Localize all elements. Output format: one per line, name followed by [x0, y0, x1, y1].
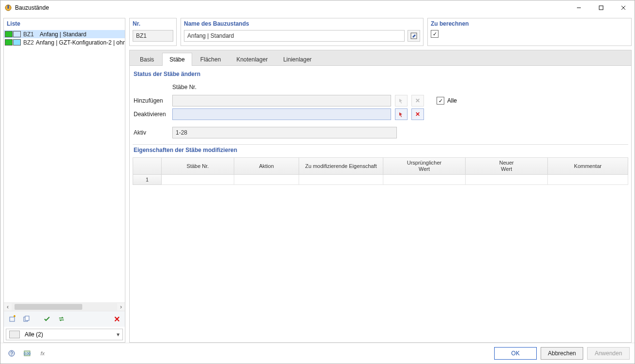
- apply-label: Anwenden: [595, 350, 622, 357]
- table-cell[interactable]: [162, 175, 234, 185]
- new-item-button[interactable]: [6, 313, 18, 325]
- close-button[interactable]: [612, 0, 635, 15]
- calc-box: Zu berechnen: [427, 18, 632, 46]
- svg-line-5: [621, 6, 625, 10]
- table-cell[interactable]: [299, 175, 383, 185]
- tab-linienlager[interactable]: Linienlager: [276, 53, 319, 66]
- edit-name-button[interactable]: [408, 30, 420, 42]
- table-cell[interactable]: [548, 175, 628, 185]
- status-section-title: Status der Stäbe ändern: [133, 69, 628, 80]
- list-toolbar: ✕: [4, 311, 125, 327]
- window-title: Bauzustände: [15, 4, 49, 11]
- name-input[interactable]: Anfang | Standard: [184, 30, 405, 42]
- add-pick-button[interactable]: [395, 95, 408, 106]
- footer: ? 0,00 fx OK Abbrechen Anwenden: [0, 343, 635, 364]
- list-item-id: BZ1: [23, 31, 38, 38]
- list-header: Liste: [4, 18, 125, 30]
- app-icon: [4, 4, 12, 12]
- col-header-urspruenglich[interactable]: Ursprünglicher Wert: [383, 158, 466, 175]
- deact-label: Deaktivieren: [134, 111, 168, 118]
- tab-label: Flächen: [200, 56, 221, 63]
- list-item-id: BZ2: [23, 39, 34, 46]
- tab-knotenlager[interactable]: Knotenlager: [229, 53, 275, 66]
- table-cell[interactable]: [383, 175, 466, 185]
- table-cell[interactable]: [466, 175, 548, 185]
- cancel-button[interactable]: Abbrechen: [541, 347, 583, 360]
- tabs-bar: Basis Stäbe Flächen Knotenlager Linienla…: [130, 50, 631, 66]
- calc-checkbox[interactable]: [431, 30, 438, 38]
- add-input[interactable]: [172, 95, 391, 106]
- detail-panel: Nr. BZ1 Name des Bauzustands Anfang | St…: [129, 18, 632, 343]
- nr-input[interactable]: BZ1: [133, 30, 173, 42]
- titlebar: Bauzustände: [0, 0, 635, 15]
- aktiv-label: Aktiv: [134, 129, 168, 136]
- col-header-kommentar[interactable]: Kommentar: [548, 158, 628, 175]
- svg-line-4: [621, 6, 625, 10]
- units-button[interactable]: 0,00: [21, 348, 33, 359]
- scroll-right-icon[interactable]: ›: [117, 303, 125, 311]
- aktiv-input: 1-28: [172, 127, 397, 138]
- tab-label: Stäbe: [169, 56, 184, 63]
- table-cell[interactable]: [234, 175, 299, 185]
- svg-rect-10: [25, 316, 29, 320]
- scroll-track[interactable]: [12, 303, 117, 310]
- swatch-icon: [13, 31, 21, 37]
- list-item[interactable]: BZ2 Anfang | GZT-Konfiguration-2 | ohne: [4, 38, 125, 46]
- col-header-neuer[interactable]: Neuer Wert: [466, 158, 548, 175]
- nr-value: BZ1: [136, 32, 147, 39]
- ok-button[interactable]: OK: [494, 347, 537, 360]
- cancel-label: Abbrechen: [548, 350, 576, 357]
- status-col-header: Stäbe Nr.: [172, 84, 390, 91]
- minimize-button[interactable]: [568, 0, 590, 15]
- list-item-label: Anfang | Standard: [40, 31, 87, 38]
- help-button[interactable]: ?: [5, 348, 18, 359]
- deact-pick-button[interactable]: [395, 108, 408, 120]
- alle-checkbox[interactable]: [437, 97, 444, 105]
- list-h-scrollbar[interactable]: ‹ ›: [4, 303, 125, 311]
- deact-input[interactable]: [172, 108, 391, 120]
- svg-rect-3: [599, 6, 603, 10]
- tab-staebe[interactable]: Stäbe: [162, 53, 192, 66]
- swap-button[interactable]: [55, 313, 68, 325]
- maximize-button[interactable]: [590, 0, 612, 15]
- list-area[interactable]: BZ1 Anfang | Standard BZ2 Anfang | GZT-K…: [4, 30, 125, 303]
- copy-item-button[interactable]: [20, 313, 33, 325]
- name-label: Name des Bauzustands: [181, 18, 423, 30]
- swatch-icon: [13, 39, 21, 46]
- add-clear-button[interactable]: ✕: [411, 95, 424, 106]
- filter-combo[interactable]: Alle (2) ▾: [6, 329, 123, 340]
- col-header-aktion[interactable]: Aktion: [234, 158, 299, 175]
- svg-rect-6: [10, 317, 15, 321]
- function-button[interactable]: fx: [36, 348, 49, 359]
- svg-text:0,00: 0,00: [24, 352, 30, 355]
- tab-flaechen[interactable]: Flächen: [193, 53, 228, 66]
- filter-combo-text: Alle (2): [23, 331, 114, 338]
- modify-section-title: Eigenschaften der Stäbe modifizieren: [133, 145, 628, 156]
- deact-clear-button[interactable]: ✕: [411, 108, 424, 120]
- add-label: Hinzufügen: [134, 97, 168, 104]
- col-header-staebe[interactable]: Stäbe Nr.: [162, 158, 234, 175]
- check-button[interactable]: [41, 313, 53, 325]
- name-box: Name des Bauzustands Anfang | Standard: [181, 18, 423, 46]
- svg-rect-1: [8, 5, 9, 9]
- swatch-icon: [5, 39, 13, 46]
- svg-text:fx: fx: [41, 350, 45, 356]
- chevron-down-icon: ▾: [114, 331, 122, 338]
- scroll-left-icon[interactable]: ‹: [4, 303, 12, 311]
- tab-basis[interactable]: Basis: [133, 53, 161, 66]
- delete-item-button[interactable]: ✕: [110, 313, 123, 325]
- modify-table[interactable]: Stäbe Nr. Aktion Zu modifizierende Eigen…: [133, 157, 628, 342]
- swatch-icon: [5, 31, 13, 37]
- aktiv-value: 1-28: [176, 129, 187, 136]
- list-item[interactable]: BZ1 Anfang | Standard: [4, 30, 125, 38]
- nr-box: Nr. BZ1: [129, 18, 177, 46]
- filter-swatch-icon: [9, 331, 20, 338]
- col-header-rownum[interactable]: [133, 158, 162, 175]
- col-header-eigenschaft[interactable]: Zu modifizierende Eigenschaft: [299, 158, 383, 175]
- tab-label: Knotenlager: [236, 56, 268, 63]
- apply-button[interactable]: Anwenden: [587, 347, 630, 360]
- svg-text:?: ?: [10, 351, 13, 356]
- row-header[interactable]: 1: [133, 175, 162, 185]
- ok-label: OK: [511, 350, 519, 357]
- scroll-thumb[interactable]: [15, 304, 82, 310]
